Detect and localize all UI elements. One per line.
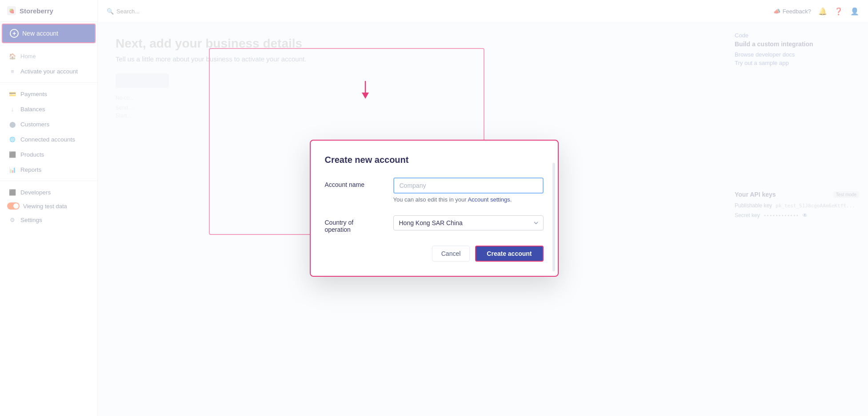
modal-footer: Cancel Create account [325, 246, 544, 262]
modal-scrollbar[interactable] [552, 163, 555, 271]
hint-text: You can also edit this in your [393, 196, 468, 203]
create-account-modal: Create new account Account name You can … [310, 140, 559, 277]
modal-overlay: Create new account Account name You can … [0, 0, 868, 416]
account-name-label: Account name [325, 178, 383, 188]
country-label: Country of operation [325, 215, 383, 233]
account-settings-link[interactable]: Account settings. [468, 196, 512, 203]
account-name-field: Account name You can also edit this in y… [325, 178, 544, 203]
cancel-button[interactable]: Cancel [432, 246, 470, 262]
create-account-button[interactable]: Create account [475, 246, 543, 262]
account-name-hint: You can also edit this in your Account s… [393, 196, 544, 203]
country-field: Country of operation Hong Kong SAR China [325, 215, 544, 233]
country-content: Hong Kong SAR China [393, 215, 544, 230]
modal-title: Create new account [325, 155, 544, 165]
account-name-content: You can also edit this in your Account s… [393, 178, 544, 203]
account-name-input[interactable] [393, 178, 544, 194]
country-select[interactable]: Hong Kong SAR China [393, 215, 544, 230]
